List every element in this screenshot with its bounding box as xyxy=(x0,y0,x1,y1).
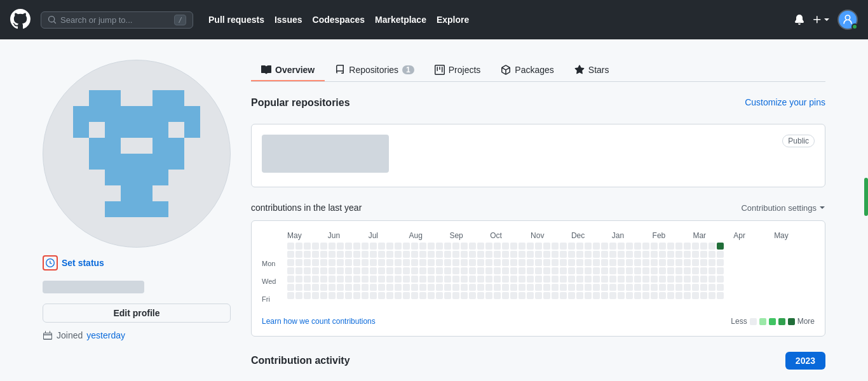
contrib-cell[interactable] xyxy=(378,276,385,283)
contrib-cell[interactable] xyxy=(609,292,616,299)
contrib-cell[interactable] xyxy=(684,284,691,291)
contrib-cell[interactable] xyxy=(494,292,501,299)
contrib-cell[interactable] xyxy=(692,259,699,266)
contrib-cell[interactable] xyxy=(362,284,369,291)
contrib-cell[interactable] xyxy=(560,292,567,299)
contrib-cell[interactable] xyxy=(370,276,377,283)
contrib-cell[interactable] xyxy=(337,243,344,250)
contrib-cell[interactable] xyxy=(576,251,583,258)
contrib-cell[interactable] xyxy=(312,267,319,274)
contrib-cell[interactable] xyxy=(345,243,352,250)
contrib-cell[interactable] xyxy=(370,267,377,274)
contrib-cell[interactable] xyxy=(436,251,443,258)
contrib-cell[interactable] xyxy=(659,284,666,291)
contrib-cell[interactable] xyxy=(477,284,484,291)
contrib-cell[interactable] xyxy=(651,276,658,283)
contrib-cell[interactable] xyxy=(519,259,526,266)
contrib-cell[interactable] xyxy=(609,284,616,291)
contrib-cell[interactable] xyxy=(320,276,327,283)
contrib-cell[interactable] xyxy=(295,292,302,299)
contrib-cell[interactable] xyxy=(651,292,658,299)
contrib-cell[interactable] xyxy=(329,267,336,274)
contrib-cell[interactable] xyxy=(659,276,666,283)
contrib-cell[interactable] xyxy=(403,284,410,291)
contrib-cell[interactable] xyxy=(395,251,402,258)
contrib-cell[interactable] xyxy=(411,267,418,274)
contrib-cell[interactable] xyxy=(436,292,443,299)
contrib-cell[interactable] xyxy=(378,259,385,266)
contrib-cell[interactable] xyxy=(386,259,393,266)
contrib-cell[interactable] xyxy=(477,276,484,283)
contrib-cell[interactable] xyxy=(337,267,344,274)
contrib-cell[interactable] xyxy=(386,284,393,291)
contrib-cell[interactable] xyxy=(709,243,715,250)
contrib-cell[interactable] xyxy=(378,243,385,250)
contrib-cell[interactable] xyxy=(304,259,311,266)
contrib-cell[interactable] xyxy=(709,267,715,274)
contrib-cell[interactable] xyxy=(593,292,600,299)
contrib-cell[interactable] xyxy=(485,267,492,274)
contrib-cell[interactable] xyxy=(494,267,501,274)
contrib-cell[interactable] xyxy=(626,259,633,266)
tab-projects[interactable]: Projects xyxy=(424,60,491,81)
nav-pull-requests[interactable]: Pull requests xyxy=(208,15,264,25)
contrib-cell[interactable] xyxy=(428,267,435,274)
contrib-cell[interactable] xyxy=(329,292,336,299)
contrib-cell[interactable] xyxy=(543,259,550,266)
contrib-cell[interactable] xyxy=(527,251,534,258)
contrib-cell[interactable] xyxy=(304,243,311,250)
contrib-cell[interactable] xyxy=(428,284,435,291)
contrib-cell[interactable] xyxy=(527,284,534,291)
contrib-cell[interactable] xyxy=(560,259,567,266)
contrib-cell[interactable] xyxy=(287,276,294,283)
contrib-cell[interactable] xyxy=(485,243,492,250)
contrib-cell[interactable] xyxy=(304,292,311,299)
contrib-cell[interactable] xyxy=(585,284,592,291)
contrib-cell[interactable] xyxy=(419,276,426,283)
contrib-cell[interactable] xyxy=(403,292,410,299)
nav-codespaces[interactable]: Codespaces xyxy=(313,15,365,25)
contrib-cell[interactable] xyxy=(403,259,410,266)
contrib-cell[interactable] xyxy=(362,267,369,274)
nav-marketplace[interactable]: Marketplace xyxy=(375,15,426,25)
contrib-cell[interactable] xyxy=(692,251,699,258)
contrib-cell[interactable] xyxy=(502,276,509,283)
contrib-cell[interactable] xyxy=(585,259,592,266)
contrib-cell[interactable] xyxy=(304,267,311,274)
contrib-cell[interactable] xyxy=(345,292,352,299)
contrib-cell[interactable] xyxy=(675,267,682,274)
learn-contributions-link[interactable]: Learn how we count contributions xyxy=(262,317,376,326)
contrib-cell[interactable] xyxy=(626,267,633,274)
contrib-cell[interactable] xyxy=(651,259,658,266)
contrib-cell[interactable] xyxy=(386,276,393,283)
contrib-cell[interactable] xyxy=(320,259,327,266)
contrib-cell[interactable] xyxy=(642,284,649,291)
contrib-cell[interactable] xyxy=(568,251,575,258)
contrib-cell[interactable] xyxy=(312,276,319,283)
contrib-cell[interactable] xyxy=(353,251,360,258)
contrib-cell[interactable] xyxy=(667,267,674,274)
contrib-cell[interactable] xyxy=(543,267,550,274)
contrib-cell[interactable] xyxy=(618,267,625,274)
contrib-cell[interactable] xyxy=(353,259,360,266)
contrib-cell[interactable] xyxy=(295,267,302,274)
contrib-cell[interactable] xyxy=(461,276,468,283)
user-avatar-nav[interactable] xyxy=(837,10,858,30)
contrib-cell[interactable] xyxy=(395,276,402,283)
contrib-cell[interactable] xyxy=(552,251,559,258)
year-button[interactable]: 2023 xyxy=(785,352,825,370)
contrib-cell[interactable] xyxy=(618,292,625,299)
contrib-cell[interactable] xyxy=(709,276,715,283)
contrib-cell[interactable] xyxy=(552,276,559,283)
contrib-cell[interactable] xyxy=(337,292,344,299)
contrib-cell[interactable] xyxy=(675,292,682,299)
contrib-cell[interactable] xyxy=(535,259,542,266)
contrib-cell[interactable] xyxy=(502,292,509,299)
contrib-cell[interactable] xyxy=(552,284,559,291)
customize-pins-link[interactable]: Customize your pins xyxy=(745,97,825,107)
contrib-cell[interactable] xyxy=(370,251,377,258)
contrib-cell[interactable] xyxy=(700,243,707,250)
contrib-cell[interactable] xyxy=(552,267,559,274)
contrib-cell[interactable] xyxy=(519,284,526,291)
contrib-cell[interactable] xyxy=(444,267,451,274)
